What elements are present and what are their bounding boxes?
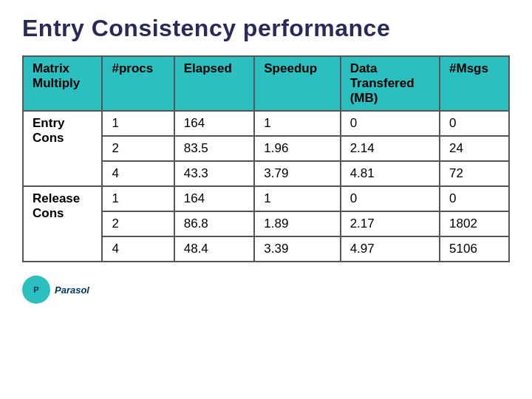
page-title: Entry Consistency performance bbox=[22, 15, 390, 42]
cell-speedup: 1.96 bbox=[254, 136, 340, 161]
cell-procs: 2 bbox=[102, 136, 174, 161]
cell-data: 4.97 bbox=[341, 236, 440, 262]
cell-elapsed: 164 bbox=[174, 186, 255, 211]
cell-procs: 2 bbox=[102, 211, 174, 236]
cell-data: 0 bbox=[341, 186, 440, 211]
cell-msgs: 0 bbox=[440, 186, 509, 211]
table-row: EntryCons1164100 bbox=[23, 111, 509, 136]
logo-area: P Parasol bbox=[22, 276, 89, 304]
cell-elapsed: 86.8 bbox=[174, 211, 255, 236]
cell-procs: 4 bbox=[102, 161, 174, 186]
col-header-matrix: MatrixMultiply bbox=[23, 56, 102, 111]
cell-msgs: 1802 bbox=[440, 211, 509, 236]
group-label: EntryCons bbox=[23, 111, 102, 186]
group-label: ReleaseCons bbox=[23, 186, 102, 262]
col-header-elapsed: Elapsed bbox=[174, 56, 255, 111]
table-header-row: MatrixMultiply #procs Elapsed Speedup Da… bbox=[23, 56, 509, 111]
col-header-data: DataTransfered(MB) bbox=[341, 56, 440, 111]
cell-msgs: 5106 bbox=[440, 236, 509, 262]
performance-table: MatrixMultiply #procs Elapsed Speedup Da… bbox=[22, 55, 510, 262]
cell-elapsed: 83.5 bbox=[174, 136, 255, 161]
cell-elapsed: 164 bbox=[174, 111, 255, 136]
cell-elapsed: 43.3 bbox=[174, 161, 255, 186]
cell-elapsed: 48.4 bbox=[174, 236, 255, 262]
cell-data: 2.17 bbox=[341, 211, 440, 236]
logo-text: Parasol bbox=[55, 284, 89, 296]
table-row: ReleaseCons1164100 bbox=[23, 186, 509, 211]
cell-data: 4.81 bbox=[341, 161, 440, 186]
cell-msgs: 72 bbox=[440, 161, 509, 186]
cell-speedup: 1 bbox=[254, 186, 340, 211]
cell-msgs: 0 bbox=[440, 111, 509, 136]
col-header-procs: #procs bbox=[102, 56, 174, 111]
cell-speedup: 1.89 bbox=[254, 211, 340, 236]
cell-procs: 1 bbox=[102, 111, 174, 136]
cell-speedup: 3.79 bbox=[254, 161, 340, 186]
cell-procs: 4 bbox=[102, 236, 174, 262]
col-header-speedup: Speedup bbox=[254, 56, 340, 111]
logo-icon: P bbox=[22, 276, 50, 304]
cell-speedup: 3.39 bbox=[254, 236, 340, 262]
cell-msgs: 24 bbox=[440, 136, 509, 161]
cell-data: 0 bbox=[341, 111, 440, 136]
col-header-msgs: #Msgs bbox=[440, 56, 509, 111]
cell-procs: 1 bbox=[102, 186, 174, 211]
cell-data: 2.14 bbox=[341, 136, 440, 161]
cell-speedup: 1 bbox=[254, 111, 340, 136]
